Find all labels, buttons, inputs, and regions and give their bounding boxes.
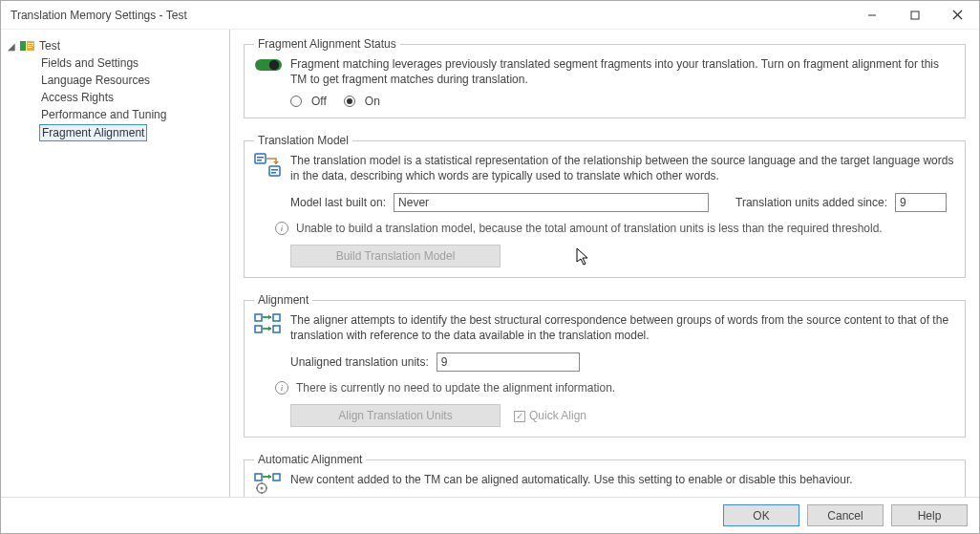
svg-rect-8 (28, 47, 32, 48)
svg-rect-33 (261, 492, 263, 494)
footer: OK Cancel Help (1, 497, 979, 533)
legend-fragment: Fragment Alignment Status (254, 37, 400, 51)
radio-on-icon (344, 96, 355, 107)
info-icon: i (275, 222, 288, 235)
svg-point-31 (261, 487, 264, 490)
cancel-button[interactable]: Cancel (807, 504, 884, 526)
svg-rect-20 (255, 326, 262, 332)
tree-root-label: Test (39, 39, 60, 53)
svg-marker-25 (268, 327, 271, 331)
svg-marker-29 (268, 475, 271, 480)
alignment-info-text: There is currently no need to update the… (296, 381, 615, 395)
radio-on[interactable]: On (344, 95, 380, 108)
group-alignment: Alignment The aligner attempts to identi… (244, 293, 966, 438)
tree-root[interactable]: ◢ Test (7, 39, 224, 53)
fragment-desc: Fragment matching leverages previously t… (290, 56, 955, 87)
model-desc: The translation model is a statistical r… (290, 153, 955, 183)
svg-rect-19 (273, 314, 280, 321)
minimize-button[interactable] (850, 1, 893, 30)
model-icon (254, 153, 283, 181)
close-button[interactable] (936, 1, 979, 30)
svg-rect-13 (257, 160, 262, 161)
sidebar-tree: ◢ Test Fields and Settings Language Reso… (1, 30, 230, 497)
svg-rect-7 (28, 45, 33, 46)
tree-item-language-resources[interactable]: Language Resources (39, 73, 152, 88)
maximize-button[interactable] (893, 1, 936, 30)
svg-rect-15 (271, 169, 278, 171)
tree-item-performance[interactable]: Performance and Tuning (39, 107, 168, 122)
units-added-label: Translation units added since: (735, 196, 887, 209)
svg-rect-11 (255, 154, 266, 163)
auto-desc: New content added to the TM can be align… (290, 472, 955, 487)
radio-off-icon (290, 96, 302, 107)
unaligned-label: Unaligned translation units: (290, 355, 429, 369)
svg-marker-23 (268, 315, 271, 320)
quick-align-checkbox: Quick Align (514, 409, 586, 422)
svg-rect-35 (266, 487, 267, 489)
svg-rect-12 (257, 157, 264, 159)
group-auto-alignment: Automatic Alignment New content added to… (244, 453, 966, 497)
radio-off[interactable]: Off (290, 95, 327, 108)
svg-rect-1 (911, 11, 919, 19)
model-last-built-label: Model last built on: (290, 196, 386, 209)
svg-point-10 (269, 60, 279, 70)
model-last-built-value: Never (394, 193, 709, 212)
alignment-icon (254, 312, 283, 338)
expand-arrow-icon[interactable]: ◢ (7, 41, 16, 52)
svg-rect-21 (273, 326, 280, 332)
tree-item-fields[interactable]: Fields and Settings (39, 55, 140, 71)
svg-rect-26 (255, 474, 262, 481)
legend-model: Translation Model (254, 134, 352, 147)
svg-marker-17 (273, 161, 279, 164)
titlebar: Translation Memory Settings - Test (1, 1, 979, 30)
group-fragment-status: Fragment Alignment Status Fragment match… (244, 37, 966, 118)
legend-auto: Automatic Alignment (254, 453, 366, 466)
build-model-button: Build Translation Model (290, 245, 501, 267)
ok-button[interactable]: OK (723, 504, 799, 526)
tree-item-fragment-alignment[interactable]: Fragment Alignment (39, 124, 147, 141)
svg-rect-32 (261, 482, 263, 484)
alignment-desc: The aligner attempts to identify the bes… (290, 312, 955, 343)
window-title: Translation Memory Settings - Test (11, 9, 850, 22)
toggle-icon (254, 56, 283, 76)
tm-icon (20, 39, 35, 53)
tree-item-access-rights[interactable]: Access Rights (39, 90, 116, 105)
svg-rect-34 (256, 487, 258, 489)
svg-rect-27 (273, 474, 280, 481)
window: Translation Memory Settings - Test ◢ Tes… (0, 0, 980, 534)
info-icon: i (275, 381, 288, 395)
group-translation-model: Translation Model The translation model … (244, 134, 966, 278)
help-button[interactable]: Help (891, 504, 968, 526)
svg-rect-18 (255, 314, 262, 321)
legend-alignment: Alignment (254, 293, 312, 307)
auto-align-icon (254, 472, 283, 497)
svg-rect-14 (269, 166, 280, 176)
svg-rect-16 (271, 172, 276, 174)
content-pane: Fragment Alignment Status Fragment match… (230, 30, 979, 497)
svg-rect-4 (20, 41, 26, 51)
model-info-text: Unable to build a translation model, bec… (296, 222, 883, 235)
units-added-value: 9 (895, 193, 947, 212)
checkbox-icon (514, 411, 525, 422)
align-units-button: Align Translation Units (290, 404, 501, 427)
svg-rect-6 (28, 43, 33, 44)
unaligned-value: 9 (437, 352, 580, 372)
